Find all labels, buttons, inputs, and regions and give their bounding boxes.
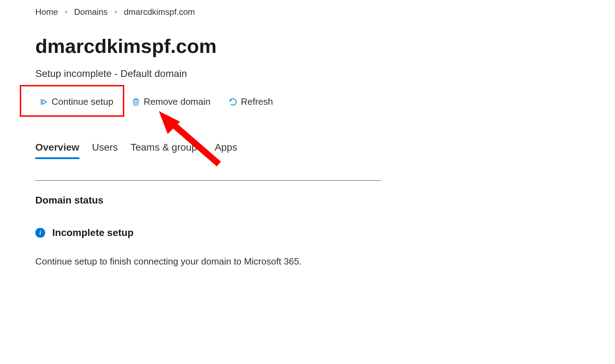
tabs: Overview Users Teams & groups Apps [35, 142, 580, 159]
divider [35, 180, 381, 181]
refresh-icon [229, 98, 237, 106]
chevron-right-icon [64, 8, 68, 16]
info-icon: i [35, 228, 45, 238]
tab-apps[interactable]: Apps [215, 142, 237, 159]
breadcrumb: Home Domains dmarcdkimspf.com [35, 7, 580, 17]
status-label: Incomplete setup [52, 227, 133, 238]
status-description: Continue setup to finish connecting your… [35, 256, 580, 267]
svg-marker-1 [42, 99, 46, 104]
page-title: dmarcdkimspf.com [35, 35, 580, 57]
domain-status-heading: Domain status [35, 195, 580, 206]
status-row: i Incomplete setup [35, 227, 580, 238]
page-subtitle: Setup incomplete - Default domain [35, 68, 580, 79]
refresh-button[interactable]: Refresh [225, 93, 277, 110]
svg-marker-6 [159, 111, 180, 134]
tab-overview[interactable]: Overview [35, 142, 79, 159]
chevron-right-icon [113, 8, 118, 16]
toolbar: Continue setup Remove domain Refresh [35, 93, 580, 110]
breadcrumb-home[interactable]: Home [35, 7, 58, 17]
remove-domain-label: Remove domain [144, 96, 210, 107]
breadcrumb-current: dmarcdkimspf.com [124, 7, 195, 17]
play-icon [40, 98, 48, 106]
continue-setup-button[interactable]: Continue setup [35, 93, 118, 110]
refresh-label: Refresh [241, 96, 273, 107]
tab-users[interactable]: Users [92, 142, 118, 159]
breadcrumb-domains[interactable]: Domains [74, 7, 108, 17]
continue-setup-label: Continue setup [52, 96, 113, 107]
tab-teams-groups[interactable]: Teams & groups [131, 142, 202, 159]
remove-domain-button[interactable]: Remove domain [127, 93, 215, 110]
trash-icon [132, 98, 140, 106]
